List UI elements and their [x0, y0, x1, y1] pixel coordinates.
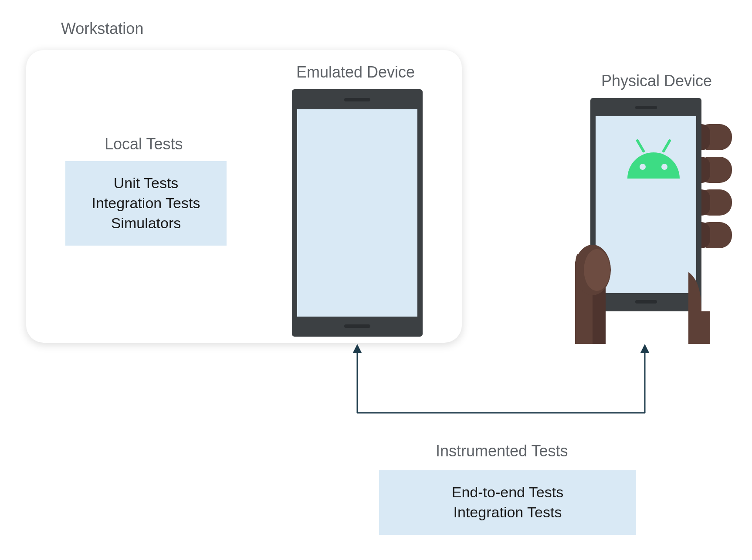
- local-tests-label: Local Tests: [105, 135, 183, 153]
- instrumented-line2: Integration Tests: [388, 503, 627, 523]
- local-tests-line3: Simulators: [74, 213, 218, 233]
- svg-line-15: [664, 141, 670, 151]
- connector-arrows-icon: [344, 343, 658, 422]
- svg-point-17: [661, 164, 667, 170]
- svg-point-16: [640, 164, 646, 170]
- emulated-phone-icon: [292, 89, 423, 337]
- svg-marker-22: [640, 344, 649, 353]
- svg-line-14: [637, 141, 644, 151]
- emulated-device-label: Emulated Device: [296, 63, 415, 81]
- local-tests-box: Unit Tests Integration Tests Simulators: [65, 161, 227, 246]
- android-icon: [621, 137, 686, 185]
- instrumented-tests-label: Instrumented Tests: [436, 442, 568, 460]
- svg-point-13: [584, 249, 610, 291]
- svg-marker-21: [353, 344, 362, 353]
- physical-phone-with-hand-icon: [575, 98, 732, 344]
- instrumented-line1: End-to-end Tests: [388, 482, 627, 503]
- local-tests-line1: Unit Tests: [74, 173, 218, 193]
- svg-rect-11: [635, 300, 657, 304]
- instrumented-tests-box: End-to-end Tests Integration Tests: [379, 470, 636, 535]
- workstation-label: Workstation: [61, 20, 143, 38]
- svg-rect-9: [635, 106, 657, 109]
- physical-device-label: Physical Device: [601, 72, 712, 90]
- local-tests-line2: Integration Tests: [74, 193, 218, 213]
